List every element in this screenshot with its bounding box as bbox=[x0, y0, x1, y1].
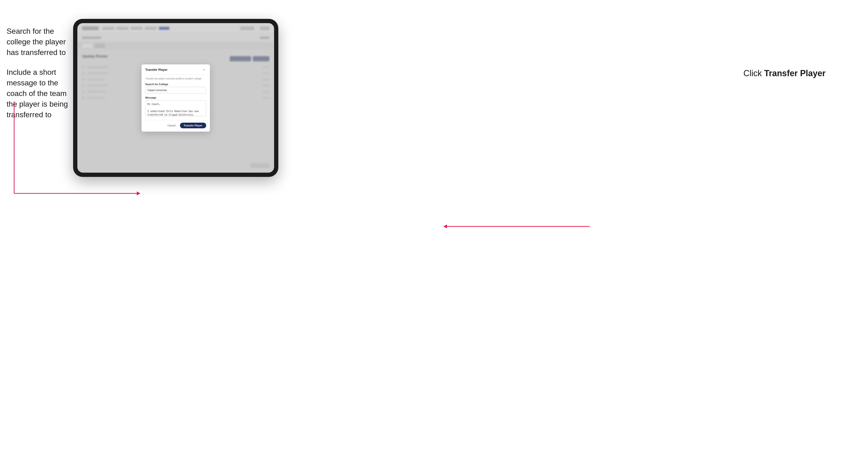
annotation-click-prefix: Click bbox=[743, 68, 764, 78]
transfer-player-dialog: Transfer Player × Transfer the player an… bbox=[142, 64, 210, 132]
message-textarea[interactable] bbox=[145, 100, 206, 116]
search-college-label: Search for College bbox=[145, 83, 206, 86]
annotation-transfer-player-text: Transfer Player bbox=[764, 68, 826, 78]
dialog-header: Transfer Player × bbox=[142, 64, 210, 74]
annotation-message-text: Include a short message to the coach of … bbox=[7, 67, 70, 120]
annotation-left: Search for the college the player has tr… bbox=[7, 26, 70, 129]
dialog-subtitle: Transfer the player and their profile to… bbox=[145, 77, 206, 80]
cancel-button[interactable]: Cancel bbox=[165, 123, 177, 128]
search-college-input[interactable] bbox=[145, 87, 206, 93]
svg-marker-4 bbox=[443, 224, 447, 228]
tablet-screen: Update Roster bbox=[78, 23, 274, 173]
svg-marker-2 bbox=[137, 191, 140, 195]
dialog-footer: Cancel Transfer Player bbox=[142, 120, 210, 132]
annotation-search-text: Search for the college the player has tr… bbox=[7, 26, 70, 58]
annotation-right: Click Transfer Player bbox=[743, 68, 826, 78]
transfer-player-button[interactable]: Transfer Player bbox=[180, 123, 206, 128]
tablet-frame: Update Roster bbox=[73, 19, 278, 177]
close-icon[interactable]: × bbox=[202, 68, 206, 72]
modal-overlay: Transfer Player × Transfer the player an… bbox=[78, 23, 274, 173]
message-label: Message bbox=[145, 96, 206, 99]
dialog-title: Transfer Player bbox=[145, 68, 167, 71]
dialog-body: Transfer the player and their profile to… bbox=[142, 74, 210, 120]
